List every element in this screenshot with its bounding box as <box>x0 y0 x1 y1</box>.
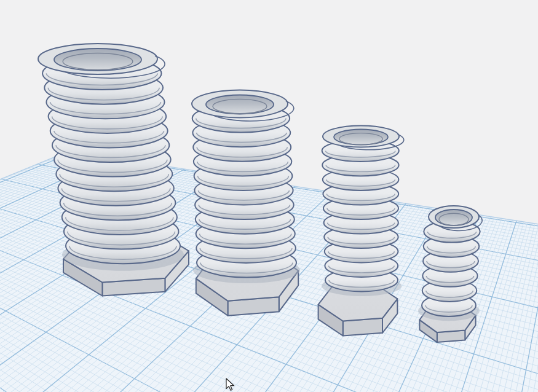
scene-canvas[interactable] <box>0 0 538 392</box>
threaded-insert-small[interactable] <box>418 206 482 342</box>
threaded-insert-medium[interactable] <box>318 126 404 336</box>
threaded-insert-large[interactable] <box>192 90 300 316</box>
3d-viewport[interactable] <box>0 0 538 392</box>
